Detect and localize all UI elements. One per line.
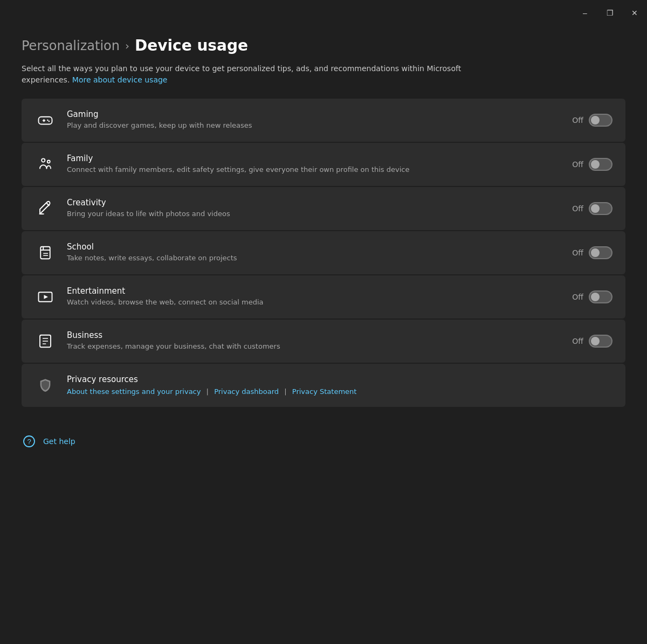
svg-rect-8: [40, 247, 50, 259]
footer: ? Get help: [0, 423, 647, 460]
breadcrumb-chevron: ›: [125, 39, 129, 52]
setting-status-gaming: Off: [572, 116, 583, 124]
toggle-knob-school: [591, 248, 600, 257]
privacy-sep-2: |: [284, 387, 286, 396]
svg-point-5: [42, 158, 45, 162]
setting-desc-entertainment: Watch videos, browse the web, connect on…: [67, 297, 561, 307]
toggle-school[interactable]: [589, 246, 612, 259]
setting-title-entertainment: Entertainment: [67, 286, 561, 296]
svg-point-3: [47, 120, 49, 121]
toggle-knob-business: [591, 337, 600, 345]
setting-text-business: Business Track expenses, manage your bus…: [67, 330, 561, 351]
settings-list: Gaming Play and discover games, keep up …: [22, 99, 625, 363]
svg-marker-14: [44, 295, 49, 299]
breadcrumb-parent[interactable]: Personalization: [22, 38, 120, 53]
get-help-link[interactable]: Get help: [43, 437, 75, 446]
setting-text-entertainment: Entertainment Watch videos, browse the w…: [67, 286, 561, 307]
setting-status-school: Off: [572, 248, 583, 257]
entertainment-icon: [35, 286, 56, 308]
privacy-settings-link[interactable]: About these settings and your privacy: [67, 387, 201, 396]
setting-item-creativity: Creativity Bring your ideas to life with…: [22, 187, 625, 230]
setting-desc-gaming: Play and discover games, keep up with ne…: [67, 121, 561, 130]
gaming-icon: [35, 109, 56, 131]
setting-text-school: School Take notes, write essays, collabo…: [67, 242, 561, 263]
school-icon: [35, 242, 56, 264]
toggle-knob-entertainment: [591, 293, 600, 301]
setting-title-family: Family: [67, 154, 561, 163]
family-icon: [35, 154, 56, 175]
page-description: Select all the ways you plan to use your…: [22, 63, 507, 86]
toggle-gaming[interactable]: [589, 114, 612, 127]
setting-desc-creativity: Bring your ideas to life with photos and…: [67, 209, 561, 219]
setting-status-family: Off: [572, 160, 583, 169]
setting-status-entertainment: Off: [572, 293, 583, 301]
svg-point-4: [49, 121, 50, 122]
privacy-statement-link[interactable]: Privacy Statement: [292, 387, 357, 396]
toggle-knob-family: [591, 160, 600, 169]
page-title: Device usage: [135, 37, 248, 54]
setting-control-school: Off: [572, 246, 612, 259]
help-icon: ?: [22, 434, 37, 449]
privacy-links: About these settings and your privacy | …: [67, 387, 356, 396]
setting-desc-family: Connect with family members, edit safety…: [67, 165, 561, 175]
setting-item-gaming: Gaming Play and discover games, keep up …: [22, 99, 625, 142]
setting-title-business: Business: [67, 330, 561, 340]
privacy-sep-1: |: [207, 387, 209, 396]
close-button[interactable]: ✕: [622, 4, 647, 22]
setting-item-school: School Take notes, write essays, collabo…: [22, 231, 625, 274]
privacy-content: Privacy resources About these settings a…: [67, 375, 356, 396]
setting-item-family: Family Connect with family members, edit…: [22, 143, 625, 186]
toggle-entertainment[interactable]: [589, 290, 612, 303]
toggle-knob-creativity: [591, 204, 600, 213]
svg-text:?: ?: [27, 438, 31, 446]
page-header: Personalization › Device usage Select al…: [22, 37, 625, 86]
privacy-title: Privacy resources: [67, 375, 356, 384]
setting-control-creativity: Off: [572, 202, 612, 215]
setting-item-entertainment: Entertainment Watch videos, browse the w…: [22, 275, 625, 318]
maximize-button[interactable]: ❐: [597, 4, 622, 22]
minimize-button[interactable]: –: [573, 4, 597, 22]
setting-text-creativity: Creativity Bring your ideas to life with…: [67, 198, 561, 219]
setting-text-gaming: Gaming Play and discover games, keep up …: [67, 109, 561, 130]
setting-control-family: Off: [572, 158, 612, 171]
setting-desc-business: Track expenses, manage your business, ch…: [67, 342, 561, 351]
setting-text-family: Family Connect with family members, edit…: [67, 154, 561, 175]
setting-status-business: Off: [572, 337, 583, 345]
toggle-family[interactable]: [589, 158, 612, 171]
setting-status-creativity: Off: [572, 204, 583, 213]
toggle-creativity[interactable]: [589, 202, 612, 215]
svg-point-6: [47, 161, 50, 163]
setting-control-gaming: Off: [572, 114, 612, 127]
more-about-link[interactable]: More about device usage: [72, 75, 168, 84]
privacy-dashboard-link[interactable]: Privacy dashboard: [214, 387, 279, 396]
creativity-icon: [35, 198, 56, 219]
main-content: Personalization › Device usage Select al…: [0, 26, 647, 423]
setting-title-gaming: Gaming: [67, 109, 561, 119]
setting-control-business: Off: [572, 335, 612, 348]
setting-title-school: School: [67, 242, 561, 252]
breadcrumb: Personalization › Device usage: [22, 37, 625, 54]
setting-control-entertainment: Off: [572, 290, 612, 303]
setting-item-business: Business Track expenses, manage your bus…: [22, 320, 625, 363]
business-icon: [35, 330, 56, 352]
setting-title-creativity: Creativity: [67, 198, 561, 207]
title-bar: – ❐ ✕: [0, 0, 647, 26]
privacy-section: Privacy resources About these settings a…: [22, 364, 625, 407]
privacy-icon: [35, 375, 56, 396]
toggle-business[interactable]: [589, 335, 612, 348]
setting-desc-school: Take notes, write essays, collaborate on…: [67, 253, 561, 263]
toggle-knob-gaming: [591, 116, 600, 124]
